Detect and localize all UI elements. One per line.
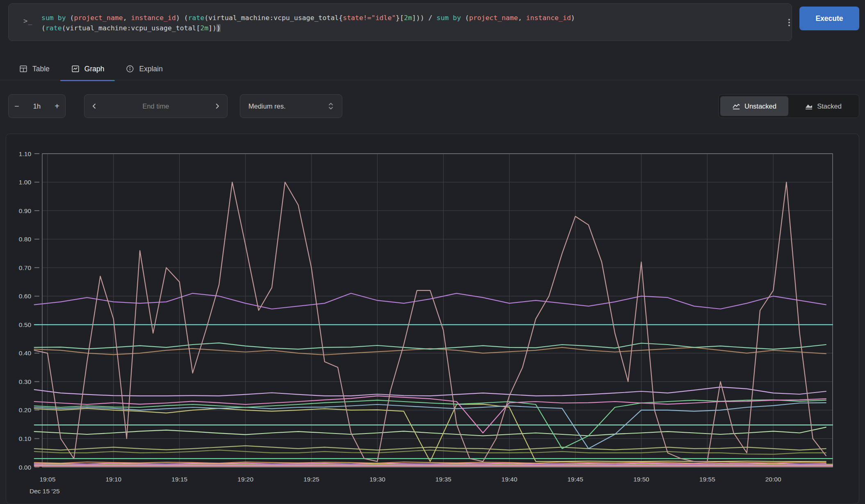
chart-series xyxy=(34,182,833,466)
svg-text:19:30: 19:30 xyxy=(369,476,385,483)
svg-text:20:00: 20:00 xyxy=(765,476,781,483)
svg-text:19:05: 19:05 xyxy=(39,476,55,483)
svg-text:0.40: 0.40 xyxy=(19,350,32,356)
svg-text:19:35: 19:35 xyxy=(435,476,451,483)
svg-text:0.00: 0.00 xyxy=(19,464,32,471)
svg-text:0.90: 0.90 xyxy=(19,207,32,214)
svg-text:19:10: 19:10 xyxy=(105,476,121,483)
svg-text:19:15: 19:15 xyxy=(171,476,187,483)
svg-text:19:50: 19:50 xyxy=(633,476,649,483)
svg-text:0.20: 0.20 xyxy=(19,406,32,413)
svg-text:19:40: 19:40 xyxy=(501,476,517,483)
svg-text:0.60: 0.60 xyxy=(19,293,32,300)
svg-text:0.30: 0.30 xyxy=(19,378,32,385)
series-line-s16-orange-low xyxy=(34,462,826,463)
svg-text:1.00: 1.00 xyxy=(19,179,32,186)
svg-text:0.50: 0.50 xyxy=(19,321,32,328)
svg-text:19:45: 19:45 xyxy=(567,476,583,483)
svg-text:19:55: 19:55 xyxy=(699,476,715,483)
svg-text:19:25: 19:25 xyxy=(303,476,319,483)
svg-text:0.80: 0.80 xyxy=(19,236,32,243)
svg-text:19:20: 19:20 xyxy=(237,476,253,483)
svg-text:1.10: 1.10 xyxy=(19,150,32,157)
svg-text:0.10: 0.10 xyxy=(19,435,32,442)
svg-text:0.70: 0.70 xyxy=(19,264,32,271)
usage-chart[interactable]: 0.000.100.200.300.400.500.600.700.800.90… xyxy=(0,0,865,504)
series-line-s17-magenta-low xyxy=(34,463,826,464)
svg-text:Dec 15 '25: Dec 15 '25 xyxy=(30,488,60,495)
